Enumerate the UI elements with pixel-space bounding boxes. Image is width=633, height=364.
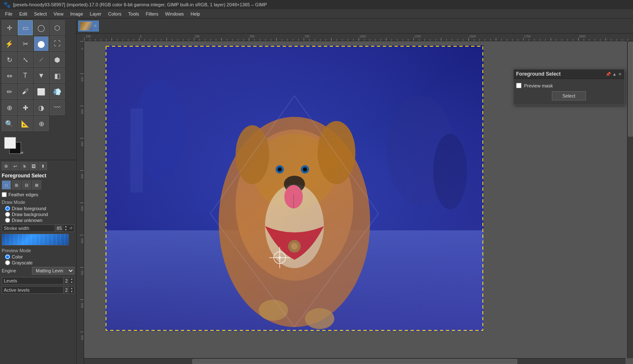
panel-pin-icon[interactable]: 📌 bbox=[606, 72, 611, 76]
active-levels-row: Active levels 2 ▲ ▼ bbox=[2, 286, 74, 294]
levels-value[interactable]: 2 bbox=[63, 277, 69, 284]
menu-filters[interactable]: Filters bbox=[143, 11, 162, 17]
tool-scissors[interactable]: ✂ bbox=[18, 36, 33, 51]
active-levels-value[interactable]: 2 bbox=[63, 287, 69, 293]
tool-ellipse-select[interactable]: ◯ bbox=[34, 20, 49, 35]
mode-subtract[interactable]: ⊟ bbox=[22, 180, 31, 190]
feather-edges-checkbox[interactable] bbox=[2, 192, 7, 197]
tool-measure[interactable]: 📐 bbox=[18, 116, 33, 131]
menu-help[interactable]: Help bbox=[187, 11, 204, 17]
preview-grayscale-radio[interactable] bbox=[5, 260, 10, 265]
mode-add[interactable]: ⊞ bbox=[12, 180, 21, 190]
menu-view[interactable]: View bbox=[50, 11, 67, 17]
menu-edit[interactable]: Edit bbox=[16, 11, 31, 17]
menu-tools[interactable]: Tools bbox=[125, 11, 143, 17]
draw-unknown-row: Draw unknown bbox=[5, 218, 74, 223]
tool-perspective[interactable]: ⬢ bbox=[50, 52, 65, 67]
tool-rect-select[interactable]: ▭ bbox=[18, 20, 33, 35]
tool-fuzzy-select[interactable]: ⚡ bbox=[2, 36, 17, 51]
h-scroll-thumb[interactable] bbox=[192, 359, 517, 364]
tool-zoom[interactable]: ⊕ bbox=[34, 116, 49, 131]
tool-heal[interactable]: ✚ bbox=[18, 100, 33, 115]
tool-bucket-fill[interactable]: ▼ bbox=[34, 68, 49, 83]
engine-select[interactable]: Matting Levin Matting Global bbox=[32, 267, 74, 274]
titlebar: 🐾 [pexels-hnoody93-58997] (imported)-17.… bbox=[0, 0, 633, 9]
stroke-width-arrows[interactable]: ▲ ▼ bbox=[64, 225, 68, 231]
tool-foreground-select[interactable]: ⬤ bbox=[34, 36, 49, 51]
tool-smudge[interactable]: 〰 bbox=[50, 100, 65, 115]
draw-foreground-radio[interactable] bbox=[5, 206, 10, 211]
color-swatches[interactable]: ⇄ bbox=[4, 137, 23, 156]
app-icon: 🐾 bbox=[3, 1, 11, 8]
tool-color-picker[interactable]: 🔍 bbox=[2, 116, 17, 131]
menu-select[interactable]: Select bbox=[31, 11, 50, 17]
draw-unknown-radio[interactable] bbox=[5, 218, 10, 223]
tool-move[interactable]: ✛ bbox=[2, 20, 17, 35]
levels-up[interactable]: ▲ bbox=[69, 277, 74, 281]
tool-eraser[interactable]: ⬜ bbox=[34, 84, 49, 99]
fg-select-panel: Foreground Select 📌 ▲ ✕ Preview mask Sel… bbox=[513, 69, 625, 105]
titlebar-text: [pexels-hnoody93-58997] (imported)-17.0 … bbox=[13, 2, 267, 7]
mode-intersect[interactable]: ⊠ bbox=[32, 180, 41, 190]
select-button[interactable]: Select bbox=[552, 91, 586, 100]
canvas-area[interactable]: ✕ bbox=[77, 18, 633, 364]
active-levels-arrows[interactable]: ▲ ▼ bbox=[69, 287, 74, 293]
tool-shear[interactable]: ⟋ bbox=[34, 52, 49, 67]
stroke-width-up[interactable]: ▲ bbox=[64, 225, 68, 228]
image-tab-close[interactable]: ✕ bbox=[93, 24, 97, 28]
preview-grayscale-row: Grayscale bbox=[5, 260, 74, 265]
menubar: File Edit Select View Image Layer Colors… bbox=[0, 9, 633, 18]
stroke-width-down[interactable]: ▼ bbox=[64, 228, 68, 232]
preview-color-radio[interactable] bbox=[5, 254, 10, 259]
draw-foreground-row: Draw foreground bbox=[5, 206, 74, 211]
menu-colors[interactable]: Colors bbox=[105, 11, 125, 17]
menu-image[interactable]: Image bbox=[67, 11, 87, 17]
draw-background-radio[interactable] bbox=[5, 212, 10, 217]
image-tab[interactable]: ✕ bbox=[78, 21, 99, 32]
tool-options-tab-options[interactable]: ⚙ bbox=[2, 162, 10, 170]
tool-text[interactable]: T bbox=[18, 68, 33, 83]
active-levels-down[interactable]: ▼ bbox=[69, 290, 74, 293]
swap-colors-icon[interactable]: ⇄ bbox=[20, 150, 24, 155]
draw-mode-label: Draw Mode bbox=[2, 200, 74, 205]
panel-close-icon[interactable]: ✕ bbox=[618, 72, 622, 76]
tool-options-tab-device[interactable]: 🖱 bbox=[20, 162, 29, 170]
stroke-width-value[interactable]: 85 bbox=[55, 225, 64, 232]
active-levels-up[interactable]: ▲ bbox=[69, 287, 74, 290]
tool-clone[interactable]: ⊕ bbox=[2, 100, 17, 115]
menu-file[interactable]: File bbox=[2, 11, 16, 17]
tool-options-tab-pointer[interactable]: ⬆ bbox=[39, 162, 47, 170]
menu-windows[interactable]: Windows bbox=[162, 11, 187, 17]
vertical-ruler bbox=[77, 41, 84, 364]
tool-options-tab-history[interactable]: ↩ bbox=[11, 162, 19, 170]
feather-edges-label: Feather edges bbox=[8, 192, 38, 197]
image-bar: ✕ bbox=[77, 18, 633, 34]
stroke-width-reset[interactable]: ↺ bbox=[68, 225, 74, 231]
tool-blend[interactable]: ◧ bbox=[50, 68, 65, 83]
fg-select-header: Foreground Select 📌 ▲ ✕ bbox=[514, 69, 624, 79]
v-scroll-thumb[interactable] bbox=[628, 42, 633, 137]
foreground-color-swatch[interactable] bbox=[4, 137, 16, 149]
tool-pencil[interactable]: ✏ bbox=[2, 84, 17, 99]
horizontal-scrollbar[interactable] bbox=[84, 358, 625, 364]
tool-scale[interactable]: ⤡ bbox=[18, 52, 33, 67]
preview-mask-checkbox[interactable] bbox=[516, 83, 522, 88]
tool-flip[interactable]: ⇔ bbox=[2, 68, 17, 83]
levels-arrows[interactable]: ▲ ▼ bbox=[69, 277, 74, 284]
tool-airbrush[interactable]: 💨 bbox=[50, 84, 65, 99]
preview-color-label: Color bbox=[12, 254, 23, 259]
tool-paintbrush[interactable]: 🖌 bbox=[18, 84, 33, 99]
tool-free-select[interactable]: ⬡ bbox=[50, 20, 65, 35]
vertical-scrollbar[interactable] bbox=[627, 41, 633, 358]
tool-options-tab-images[interactable]: 🖼 bbox=[29, 162, 38, 170]
image-canvas bbox=[105, 45, 484, 331]
tool-dodge-burn[interactable]: ◑ bbox=[34, 100, 49, 115]
menu-layer[interactable]: Layer bbox=[87, 11, 105, 17]
tool-rotate[interactable]: ↻ bbox=[2, 52, 17, 67]
panel-up-icon[interactable]: ▲ bbox=[612, 72, 617, 76]
image-svg bbox=[105, 45, 484, 331]
levels-down[interactable]: ▼ bbox=[69, 281, 74, 284]
mode-replace[interactable]: □ bbox=[2, 180, 11, 190]
tool-crop[interactable]: ⛶ bbox=[50, 36, 65, 51]
fg-select-panel-title: Foreground Select bbox=[516, 71, 561, 77]
